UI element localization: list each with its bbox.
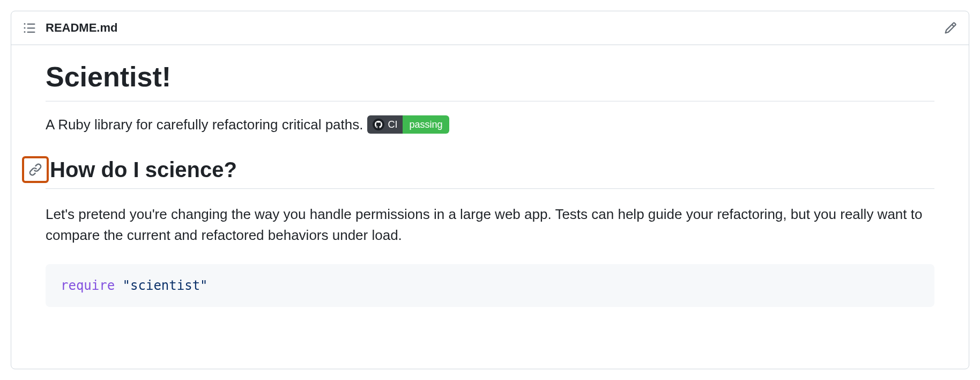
filename[interactable]: README.md — [46, 21, 117, 35]
header-left: README.md — [23, 21, 117, 35]
heading-anchor[interactable] — [22, 156, 49, 183]
ci-badge[interactable]: CI passing — [367, 115, 449, 134]
ci-badge-label: CI — [388, 119, 397, 130]
divider — [46, 101, 934, 101]
code-string: "scientist" — [123, 278, 208, 293]
link-icon — [28, 163, 42, 177]
readme-header: README.md — [11, 11, 969, 45]
readme-title: Scientist! — [46, 60, 934, 93]
readme-description: A Ruby library for carefully refactoring… — [46, 116, 363, 133]
pencil-icon — [944, 21, 957, 34]
readme-content: Scientist! A Ruby library for carefully … — [11, 45, 969, 369]
readme-box: README.md Scientist! A Ruby library for … — [11, 11, 969, 369]
divider — [46, 188, 934, 189]
readme-subtitle: How do I science? — [50, 157, 237, 182]
ci-badge-value: passing — [403, 115, 449, 134]
ci-badge-left: CI — [367, 115, 403, 134]
github-icon — [373, 119, 384, 130]
edit-button[interactable] — [944, 21, 957, 34]
description-row: A Ruby library for carefully refactoring… — [46, 115, 934, 134]
code-keyword: require — [61, 278, 115, 293]
heading-row: How do I science? — [46, 156, 934, 183]
toc-button[interactable] — [23, 21, 36, 34]
code-block: require "scientist" — [46, 264, 934, 307]
readme-paragraph: Let's pretend you're changing the way yo… — [46, 204, 934, 246]
list-unordered-icon — [23, 21, 36, 34]
